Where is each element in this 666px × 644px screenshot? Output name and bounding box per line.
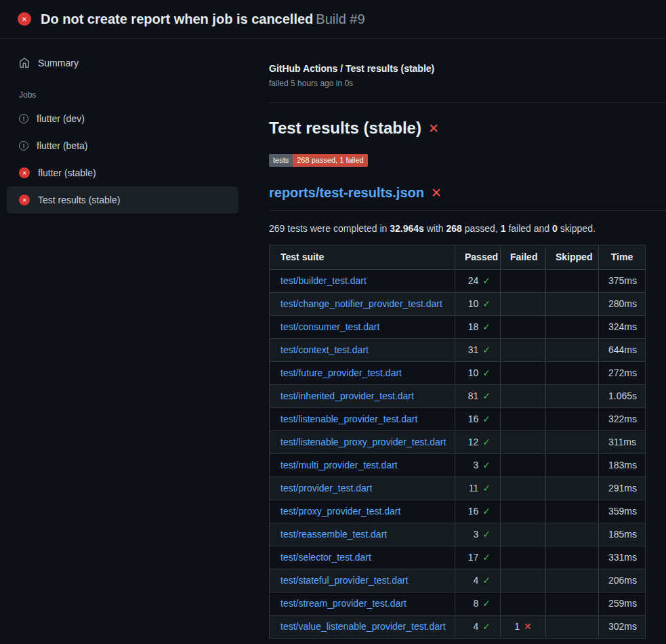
skipped-cell: [546, 431, 599, 454]
suite-link[interactable]: test/multi_provider_test.dart: [280, 460, 398, 470]
report-link[interactable]: reports/test-results.json: [269, 185, 424, 201]
failed-status-icon: ✕: [19, 195, 30, 205]
failed-cell: [501, 316, 546, 339]
check-icon: ✓: [482, 506, 491, 517]
skipped-cell: [546, 523, 599, 546]
suite-link[interactable]: test/value_listenable_provider_test.dart: [280, 621, 446, 632]
warning-icon: !: [19, 114, 28, 123]
job-label: flutter (stable): [38, 167, 96, 178]
passed-cell: 81✓: [455, 385, 501, 408]
time-cell: 183ms: [599, 454, 646, 477]
skipped-cell: [546, 316, 599, 339]
sidebar-item-flutter-stable[interactable]: ✕ flutter (stable): [7, 159, 238, 186]
time-cell: 291ms: [599, 477, 646, 500]
summary-duration: 32.964s: [390, 223, 424, 234]
sidebar-item-flutter-beta[interactable]: ! flutter (beta): [7, 132, 238, 159]
passed-cell: 17✓: [455, 546, 501, 569]
suite-link[interactable]: test/context_test.dart: [280, 344, 369, 355]
suite-link[interactable]: test/consumer_test.dart: [280, 321, 379, 332]
passed-cell: 8✓: [455, 592, 501, 616]
time-cell: 644ms: [599, 339, 646, 362]
layout: Summary Jobs ! flutter (dev) ! flutter (…: [0, 39, 666, 644]
table-row: test/multi_provider_test.dart3✓183ms: [270, 454, 646, 477]
failed-cell: [501, 293, 546, 316]
x-icon: ✕: [524, 621, 532, 632]
skipped-cell: [546, 569, 599, 592]
passed-count: 24: [468, 275, 479, 286]
section-title: Test results (stable) ✕: [269, 119, 666, 138]
suite-link[interactable]: test/builder_test.dart: [280, 275, 367, 286]
table-row: test/builder_test.dart24✓375ms: [270, 270, 646, 293]
passed-cell: 10✓: [455, 293, 501, 316]
suite-link[interactable]: test/listenable_proxy_provider_test.dart: [280, 437, 446, 447]
passed-count: 3: [473, 529, 478, 540]
suite-link[interactable]: test/stateful_provider_test.dart: [280, 575, 408, 586]
table-row: test/selector_test.dart17✓331ms: [270, 546, 646, 569]
suite-link[interactable]: test/inherited_provider_test.dart: [280, 390, 414, 401]
suite-link[interactable]: test/future_provider_test.dart: [280, 367, 402, 378]
breadcrumb: GitHub Actions / Test results (stable): [269, 63, 666, 74]
table-row: test/provider_test.dart11✓291ms: [270, 477, 646, 500]
time-cell: 272ms: [599, 362, 646, 385]
summary-failed: 1: [501, 223, 506, 234]
warning-glyph: !: [23, 142, 25, 149]
passed-count: 31: [468, 344, 479, 355]
failed-cell: 1✕: [501, 616, 546, 639]
passed-count: 18: [468, 321, 479, 332]
passed-count: 4: [473, 621, 478, 632]
time-cell: 280ms: [599, 293, 646, 316]
col-header-passed: Passed: [455, 245, 501, 270]
table-row: test/reassemble_test.dart3✓185ms: [270, 523, 646, 546]
time-cell: 1.065s: [599, 385, 646, 408]
passed-cell: 11✓: [455, 477, 501, 500]
suite-link[interactable]: test/reassemble_test.dart: [280, 529, 387, 540]
time-cell: 206ms: [599, 569, 646, 592]
jobs-list: ! flutter (dev) ! flutter (beta) ✕ flutt…: [0, 105, 257, 214]
suite-link[interactable]: test/selector_test.dart: [280, 552, 371, 563]
time-cell: 259ms: [599, 592, 646, 616]
suite-link[interactable]: test/listenable_provider_test.dart: [280, 414, 417, 424]
failed-cell: [501, 431, 546, 454]
warning-icon: !: [19, 141, 28, 150]
passed-count: 17: [468, 552, 479, 563]
failed-x-icon: ✕: [431, 186, 442, 199]
build-number: Build #9: [316, 12, 365, 26]
passed-cell: 12✓: [455, 431, 501, 454]
check-icon: ✓: [482, 414, 491, 424]
summary-text: 269 tests were completed in: [269, 223, 390, 234]
suite-link[interactable]: test/provider_test.dart: [280, 483, 372, 494]
table-row: test/inherited_provider_test.dart81✓1.06…: [270, 385, 646, 408]
check-icon: ✓: [482, 275, 491, 286]
time-cell: 185ms: [599, 523, 646, 546]
jobs-section-label: Jobs: [19, 90, 257, 100]
failed-cell: [501, 339, 546, 362]
status-line: failed 5 hours ago in 0s: [269, 79, 666, 88]
check-icon: ✓: [482, 483, 491, 494]
app-header: ✕ Do not create report when job is cance…: [0, 0, 666, 39]
sidebar-item-flutter-dev[interactable]: ! flutter (dev): [7, 105, 238, 132]
job-label: flutter (beta): [37, 140, 87, 151]
results-table-body: test/builder_test.dart24✓375mstest/chang…: [270, 270, 646, 639]
table-row: test/proxy_provider_test.dart16✓359ms: [270, 500, 646, 523]
suite-link[interactable]: test/change_notifier_provider_test.dart: [280, 298, 442, 309]
check-icon: ✓: [482, 390, 491, 401]
failed-cell: [501, 477, 546, 500]
sidebar-item-test-results-stable[interactable]: ✕ Test results (stable): [7, 186, 238, 214]
failed-cell: [501, 500, 546, 523]
summary-line: 269 tests were completed in 32.964s with…: [269, 223, 666, 234]
failed-count: 1: [514, 621, 520, 632]
suite-link[interactable]: test/stream_provider_test.dart: [280, 598, 407, 609]
section-title-text: Test results (stable): [269, 119, 421, 138]
check-icon: ✓: [482, 344, 491, 355]
sidebar-item-summary[interactable]: Summary: [7, 51, 238, 75]
suite-link[interactable]: test/proxy_provider_test.dart: [280, 506, 400, 517]
passed-cell: 16✓: [455, 408, 501, 431]
check-icon: ✓: [482, 621, 491, 632]
time-cell: 375ms: [599, 270, 646, 293]
failed-cell: [501, 408, 546, 431]
col-header-test-suite: Test suite: [270, 245, 455, 270]
failed-cell: [501, 385, 546, 408]
divider: [269, 102, 666, 103]
check-icon: ✓: [482, 552, 491, 563]
skipped-cell: [546, 500, 599, 523]
